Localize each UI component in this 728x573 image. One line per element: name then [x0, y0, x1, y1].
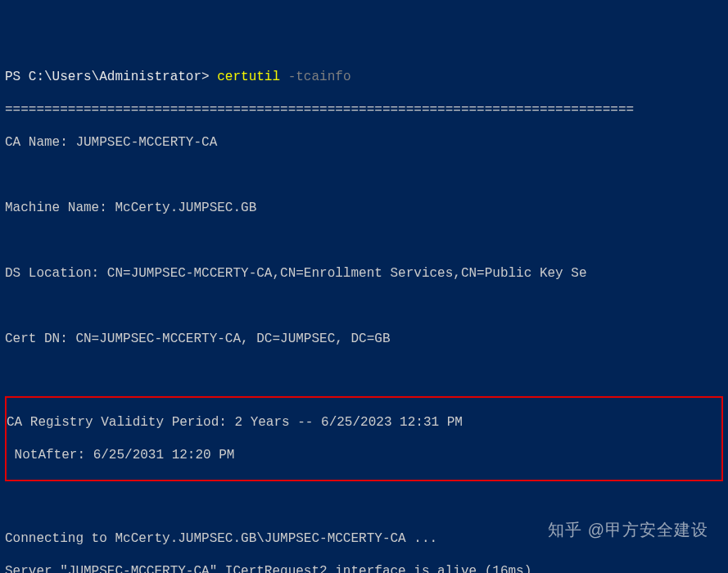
divider-line: ========================================…: [5, 102, 723, 118]
highlight-validity-period: CA Registry Validity Period: 2 Years -- …: [5, 396, 723, 481]
output-ca-name: CA Name: JUMPSEC-MCCERTY-CA: [5, 134, 723, 151]
output-notafter: NotAfter: 6/25/2031 12:20 PM: [7, 447, 721, 463]
blank-line: [5, 363, 723, 380]
output-machine-name: Machine Name: McCerty.JUMPSEC.GB: [5, 200, 723, 216]
command: certutil: [217, 70, 280, 84]
blank-line: [5, 232, 723, 249]
command-arg: -tcainfo: [280, 70, 350, 84]
output-server-alive: Server "JUMPSEC-MCCERTY-CA" ICertRequest…: [5, 563, 723, 573]
output-validity-period: CA Registry Validity Period: 2 Years -- …: [7, 414, 721, 431]
blank-line: [5, 498, 723, 514]
output-connecting: Connecting to McCerty.JUMPSEC.GB\JUMPSEC…: [5, 530, 723, 547]
prompt-path: PS C:\Users\Administrator>: [5, 70, 217, 84]
output-cert-dn: Cert DN: CN=JUMPSEC-MCCERTY-CA, DC=JUMPS…: [5, 331, 723, 347]
blank-line: [5, 167, 723, 183]
blank-line: [5, 298, 723, 314]
output-ds-location: DS Location: CN=JUMPSEC-MCCERTY-CA,CN=En…: [5, 265, 723, 282]
prompt-line[interactable]: PS C:\Users\Administrator> certutil -tca…: [5, 69, 723, 85]
